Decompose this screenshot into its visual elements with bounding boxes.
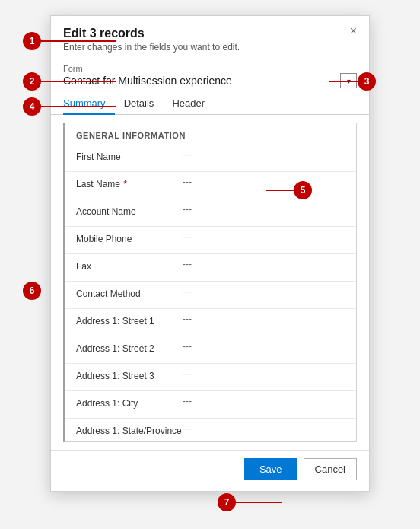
- field-label-10: Address 1: State/Province: [76, 423, 183, 438]
- form-name: Contact for Multisession experience: [63, 75, 336, 87]
- field-row-2: Account Name---: [65, 199, 356, 227]
- field-value-10: ---: [183, 423, 345, 434]
- page-wrapper: 1 2 3 4 5 6 7 Edit 3 records Enter chang…: [0, 0, 420, 529]
- form-dropdown-button[interactable]: ▾: [340, 73, 357, 88]
- annotation-4: 4: [23, 97, 41, 116]
- dialog-subtitle: Enter changes in the fields you want to …: [63, 42, 357, 53]
- tab-details[interactable]: Details: [115, 91, 164, 115]
- field-label-8: Address 1: Street 3: [76, 368, 183, 383]
- fields-list: First Name---Last Name *---Account Name-…: [65, 145, 356, 442]
- form-selector-row: Form Contact for Multisession experience…: [51, 59, 369, 91]
- field-row-9: Address 1: City---: [65, 391, 356, 419]
- dialog-header: Edit 3 records Enter changes in the fiel…: [51, 16, 369, 59]
- dialog-footer: Save Cancel: [51, 450, 369, 491]
- field-row-4: Fax---: [65, 254, 356, 282]
- field-row-0: First Name---: [65, 145, 356, 172]
- save-button[interactable]: Save: [244, 458, 298, 480]
- field-row-6: Address 1: Street 1---: [65, 309, 356, 336]
- field-value-1: ---: [183, 177, 345, 187]
- edit-dialog: Edit 3 records Enter changes in the fiel…: [50, 15, 370, 492]
- tab-summary[interactable]: Summary: [63, 91, 115, 115]
- annotation-1: 1: [23, 32, 41, 50]
- field-value-4: ---: [183, 259, 345, 269]
- field-label-9: Address 1: City: [76, 396, 183, 410]
- field-label-0: First Name: [76, 149, 183, 164]
- tab-header[interactable]: Header: [163, 91, 214, 115]
- field-value-2: ---: [183, 204, 345, 215]
- close-button[interactable]: ×: [347, 24, 360, 39]
- field-value-3: ---: [183, 231, 345, 242]
- field-value-8: ---: [183, 368, 345, 379]
- field-row-10: Address 1: State/Province---: [65, 419, 356, 442]
- field-row-7: Address 1: Street 2---: [65, 336, 356, 364]
- field-row-1: Last Name *---: [65, 172, 356, 199]
- field-row-3: Mobile Phone---: [65, 227, 356, 254]
- annotation-7: 7: [218, 493, 236, 511]
- annotation-2: 2: [23, 72, 41, 91]
- cancel-button[interactable]: Cancel: [304, 458, 357, 480]
- field-value-9: ---: [183, 396, 345, 406]
- annotation-6: 6: [23, 282, 41, 300]
- field-value-0: ---: [183, 149, 345, 160]
- form-label: Form: [63, 64, 357, 73]
- field-row-8: Address 1: Street 3---: [65, 364, 356, 391]
- field-label-4: Fax: [76, 259, 183, 273]
- dialog-title: Edit 3 records: [63, 27, 357, 40]
- field-value-6: ---: [183, 314, 345, 324]
- field-label-2: Account Name: [76, 204, 183, 218]
- field-label-1: Last Name *: [76, 177, 183, 191]
- arrow-7: [236, 502, 282, 503]
- section-title: GENERAL INFORMATION: [65, 123, 356, 145]
- field-label-7: Address 1: Street 2: [76, 341, 183, 355]
- field-label-3: Mobile Phone: [76, 231, 183, 246]
- field-row-5: Contact Method---: [65, 282, 356, 309]
- content-area: GENERAL INFORMATION First Name---Last Na…: [63, 123, 357, 442]
- field-label-5: Contact Method: [76, 286, 183, 301]
- tabs-bar: Summary Details Header: [51, 91, 369, 115]
- field-label-6: Address 1: Street 1: [76, 314, 183, 328]
- field-value-5: ---: [183, 286, 345, 297]
- required-indicator-1: *: [121, 179, 127, 190]
- field-value-7: ---: [183, 341, 345, 352]
